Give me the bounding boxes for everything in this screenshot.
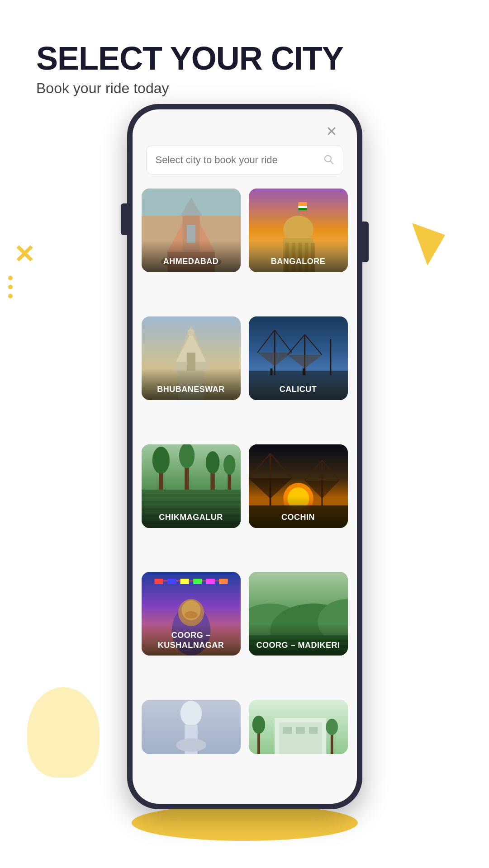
city-card-bhubaneswar[interactable]: BHUBANESWAR [142, 316, 241, 400]
svg-rect-23 [298, 206, 307, 208]
city-overlay-coorg-kushalnagar: COORG – KUSHALNAGAR [142, 624, 241, 656]
city-card-coorg-madikeri[interactable]: COORG – MADIKERI [249, 572, 348, 656]
cities-grid: AHMEDABAD [142, 189, 348, 804]
svg-rect-98 [283, 727, 292, 734]
svg-rect-77 [193, 579, 202, 584]
page-header: SELECT YOUR CITY Book your ride today [36, 41, 343, 97]
city-name-bhubaneswar: BHUBANESWAR [148, 385, 234, 395]
svg-rect-76 [180, 579, 189, 584]
city-name-cochin: COCHIN [255, 513, 342, 523]
svg-point-52 [152, 447, 169, 474]
bg-blob-decoration [132, 805, 358, 841]
svg-rect-9 [186, 225, 195, 243]
city-name-coorg-madikeri: COORG – MADIKERI [255, 641, 342, 651]
search-bar [146, 146, 343, 175]
svg-point-92 [180, 701, 202, 726]
svg-rect-24 [298, 208, 307, 210]
search-container [146, 146, 343, 175]
city-card-bangalore[interactable]: BANGALORE [249, 189, 348, 272]
city-overlay-coorg-madikeri: COORG – MADIKERI [249, 624, 348, 656]
city-overlay-bangalore: BANGALORE [249, 241, 348, 272]
city-card-ahmedabad[interactable]: AHMEDABAD [142, 189, 241, 272]
svg-point-102 [252, 716, 265, 734]
svg-rect-100 [309, 727, 318, 734]
bg-chevron-decoration [412, 214, 453, 265]
bg-dots-decoration [8, 276, 13, 303]
bg-x-decoration: ✕ [14, 240, 35, 269]
page-title: SELECT YOUR CITY [36, 41, 343, 76]
svg-line-3 [330, 161, 333, 164]
svg-rect-79 [219, 579, 228, 584]
svg-rect-29 [186, 353, 195, 371]
city-name-calicut: CALICUT [255, 385, 342, 395]
city-overlay-ahmedabad: AHMEDABAD [142, 241, 241, 272]
svg-point-56 [205, 451, 219, 474]
city-name-bangalore: BANGALORE [255, 257, 342, 267]
svg-point-30 [187, 329, 194, 336]
city-name-chikmagalur: CHIKMAGALUR [148, 513, 234, 523]
page-subtitle: Book your ride today [36, 80, 343, 97]
phone-mockup: AHMEDABAD [127, 104, 362, 809]
city-image-bottom-right [249, 700, 348, 754]
phone-inner: AHMEDABAD [133, 109, 357, 804]
city-card-cochin[interactable]: COCHIN [249, 444, 348, 528]
city-card-bottom-left[interactable] [142, 700, 241, 754]
city-card-calicut[interactable]: CALICUT [249, 316, 348, 400]
svg-rect-75 [167, 579, 176, 584]
city-card-coorg-kushalnagar[interactable]: COORG – KUSHALNAGAR [142, 572, 241, 656]
close-icon [325, 125, 338, 137]
search-input[interactable] [156, 154, 318, 166]
bg-shape-decoration [27, 687, 100, 778]
city-overlay-calicut: CALICUT [249, 368, 348, 400]
city-overlay-cochin: COCHIN [249, 496, 348, 528]
svg-point-94 [176, 738, 206, 752]
svg-rect-78 [206, 579, 214, 584]
search-icon [323, 154, 334, 166]
close-button[interactable] [323, 122, 341, 140]
svg-rect-10 [142, 189, 241, 216]
phone-frame: AHMEDABAD [127, 104, 362, 809]
svg-point-82 [185, 611, 198, 618]
svg-rect-74 [154, 579, 163, 584]
city-card-chikmagalur[interactable]: CHIKMAGALUR [142, 444, 241, 528]
svg-point-58 [223, 455, 235, 475]
city-overlay-bhubaneswar: BHUBANESWAR [142, 368, 241, 400]
city-card-bottom-right[interactable] [249, 700, 348, 754]
city-name-coorg-kushalnagar: COORG – KUSHALNAGAR [148, 631, 234, 650]
city-image-bottom-left [142, 700, 241, 754]
svg-rect-99 [296, 727, 304, 734]
city-name-ahmedabad: AHMEDABAD [148, 257, 234, 267]
city-overlay-chikmagalur: CHIKMAGALUR [142, 496, 241, 528]
svg-point-104 [326, 719, 338, 735]
